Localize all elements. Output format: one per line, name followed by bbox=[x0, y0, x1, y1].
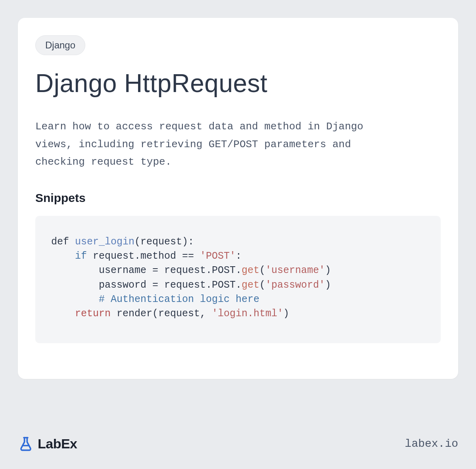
code-text: (request): bbox=[134, 236, 194, 248]
page-description: Learn how to access request data and met… bbox=[35, 118, 400, 171]
brand-logo: LabEx bbox=[18, 436, 77, 452]
snippets-heading: Snippets bbox=[35, 191, 441, 205]
code-text: def bbox=[51, 236, 75, 248]
brand-name: LabEx bbox=[38, 436, 77, 452]
code-text: ( bbox=[259, 279, 265, 291]
page-title: Django HttpRequest bbox=[35, 69, 441, 97]
code-keyword: return bbox=[75, 308, 111, 319]
code-text: render(request, bbox=[111, 308, 212, 319]
code-keyword: if bbox=[75, 250, 87, 262]
code-text: : bbox=[236, 250, 242, 262]
code-text bbox=[51, 250, 75, 262]
code-text: request.method == bbox=[87, 250, 200, 262]
code-text bbox=[51, 294, 99, 305]
code-text: ( bbox=[259, 265, 265, 276]
code-text: password = request.POST. bbox=[51, 279, 242, 291]
flask-icon bbox=[18, 436, 34, 452]
footer-url: labex.io bbox=[405, 438, 458, 450]
code-string: 'POST' bbox=[200, 250, 236, 262]
code-string: 'username' bbox=[265, 265, 325, 276]
code-method: get bbox=[242, 279, 259, 291]
code-text: username = request.POST. bbox=[51, 265, 242, 276]
code-text: ) bbox=[325, 265, 331, 276]
code-function-name: user_login bbox=[75, 236, 134, 248]
code-text: ) bbox=[283, 308, 289, 319]
code-comment: # Authentication logic here bbox=[99, 294, 259, 305]
code-text: ) bbox=[325, 279, 331, 291]
category-tag: Django bbox=[35, 35, 85, 55]
code-string: 'password' bbox=[265, 279, 325, 291]
content-card: Django Django HttpRequest Learn how to a… bbox=[18, 18, 458, 379]
code-string: 'login.html' bbox=[212, 308, 283, 319]
code-text bbox=[51, 308, 75, 319]
page-footer: LabEx labex.io bbox=[18, 436, 458, 452]
code-method: get bbox=[242, 265, 259, 276]
code-snippet: def user_login(request): if request.meth… bbox=[35, 216, 441, 344]
